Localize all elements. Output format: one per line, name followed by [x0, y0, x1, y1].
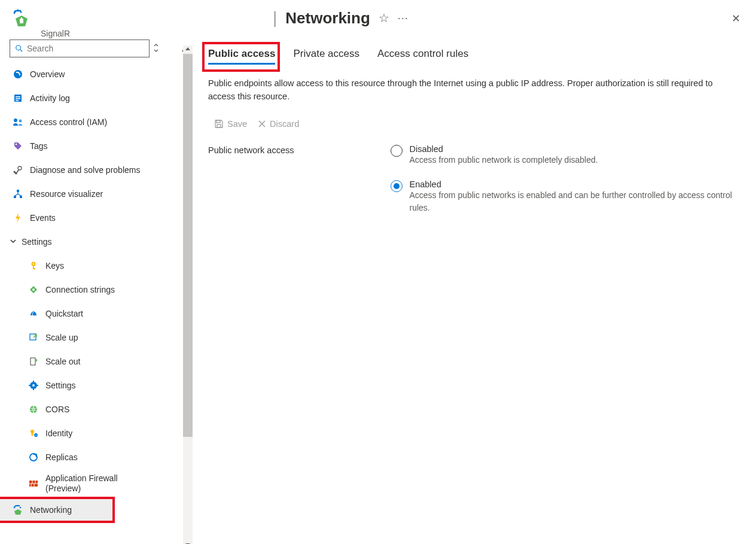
tab-private-access[interactable]: Private access — [293, 48, 359, 65]
save-icon — [214, 119, 224, 129]
resource-visualizer-icon — [12, 188, 24, 200]
sidebar-item-label: Replicas — [45, 452, 78, 463]
more-icon[interactable]: ··· — [398, 12, 409, 25]
svg-point-15 — [18, 166, 22, 170]
settings-gear-icon — [28, 379, 39, 391]
cors-icon — [28, 403, 39, 415]
sidebar-item-tags[interactable]: Tags — [10, 134, 184, 158]
tab-access-control-rules[interactable]: Access control rules — [377, 48, 468, 65]
svg-rect-17 — [14, 196, 16, 198]
sidebar-item-app-firewall[interactable]: Application Firewall (Preview) — [10, 469, 184, 498]
svg-point-12 — [14, 118, 17, 122]
discard-icon — [258, 120, 266, 128]
access-control-icon — [12, 116, 24, 128]
sidebar-item-cors[interactable]: CORS — [10, 397, 184, 421]
svg-point-2 — [20, 11, 22, 13]
toolbar: Save Discard — [214, 119, 738, 129]
svg-rect-22 — [33, 268, 35, 269]
sidebar-item-label: Settings — [45, 381, 76, 391]
svg-rect-9 — [16, 96, 20, 98]
radio-group: Disabled Access from public network is c… — [391, 144, 739, 214]
page-title: Networking — [285, 9, 370, 28]
sidebar-item-label: Scale up — [45, 333, 78, 343]
tabs: Public access Private access Access cont… — [208, 48, 738, 65]
svg-rect-34 — [32, 433, 33, 436]
radio-desc: Access from public network is completely… — [410, 154, 598, 166]
svg-point-0 — [14, 11, 16, 13]
sidebar-item-label: Overview — [30, 69, 65, 80]
sidebar-item-keys[interactable]: Keys — [10, 254, 184, 278]
sidebar-item-access-control[interactable]: Access control (IAM) — [10, 110, 184, 134]
header-title-wrap: | Networking ☆ ··· — [273, 8, 409, 28]
sidebar-item-overview[interactable]: Overview — [10, 62, 184, 86]
radio-option-enabled[interactable]: Enabled Access from public networks is e… — [391, 180, 739, 214]
discard-button[interactable]: Discard — [258, 119, 299, 129]
quickstart-icon — [28, 308, 39, 320]
pipe-separator: | — [273, 8, 277, 28]
tab-public-access[interactable]: Public access — [208, 48, 275, 65]
search-icon — [15, 44, 23, 53]
sidebar-item-label: Events — [30, 213, 56, 223]
events-icon — [12, 212, 24, 224]
save-button[interactable]: Save — [214, 119, 247, 129]
sidebar-item-quickstart[interactable]: Quickstart — [10, 302, 184, 326]
header: SignalR | Networking ☆ ··· ✕ — [0, 0, 756, 34]
firewall-icon — [28, 478, 39, 490]
svg-point-27 — [32, 384, 35, 387]
chevron-down-icon — [10, 237, 17, 247]
sidebar-item-label: Diagnose and solve problems — [30, 165, 140, 175]
sidebar-item-identity[interactable]: Identity — [10, 421, 184, 445]
radio-circle[interactable] — [391, 180, 403, 192]
tab-label: Public access — [208, 48, 275, 59]
sidebar-item-replicas[interactable]: Replicas — [10, 445, 184, 469]
svg-line-6 — [20, 50, 23, 52]
keys-icon — [28, 260, 39, 272]
svg-rect-10 — [16, 98, 20, 99]
expand-collapse-icon[interactable] — [153, 43, 159, 54]
sidebar-item-scale-out[interactable]: Scale out — [10, 350, 184, 373]
svg-rect-25 — [31, 358, 35, 365]
radio-option-disabled[interactable]: Disabled Access from public network is c… — [391, 144, 739, 166]
sidebar-item-label: Access control (IAM) — [30, 117, 107, 127]
svg-point-23 — [32, 288, 35, 291]
overview-icon — [12, 68, 24, 80]
svg-point-20 — [33, 263, 35, 265]
sidebar-item-label: Tags — [30, 141, 48, 151]
svg-rect-46 — [217, 120, 220, 123]
favorite-star-icon[interactable]: ☆ — [379, 11, 389, 25]
networking-icon — [12, 504, 24, 516]
sidebar-item-settings[interactable]: Settings — [10, 373, 184, 397]
sidebar-item-scale-up[interactable]: Scale up — [10, 326, 184, 350]
svg-point-45 — [20, 507, 22, 509]
svg-point-7 — [14, 70, 22, 78]
sidebar-group-label: Settings — [22, 237, 52, 247]
search-input[interactable] — [27, 44, 144, 53]
sidebar-item-label: CORS — [45, 405, 69, 415]
close-icon[interactable]: ✕ — [731, 12, 740, 25]
svg-point-5 — [16, 45, 21, 50]
sidebar-item-connection-strings[interactable]: Connection strings — [10, 278, 184, 302]
sidebar-item-events[interactable]: Events — [10, 206, 184, 230]
svg-rect-16 — [17, 190, 19, 192]
sidebar-item-label: Quickstart — [45, 309, 83, 319]
signalr-logo-icon — [12, 8, 31, 28]
svg-rect-47 — [217, 124, 221, 127]
save-label: Save — [227, 119, 247, 129]
sidebar-item-label: Resource visualizer — [30, 189, 103, 199]
sidebar-item-label: Connection strings — [45, 285, 115, 295]
search-box[interactable] — [10, 39, 150, 57]
sidebar-item-activity-log[interactable]: Activity log — [10, 86, 184, 110]
radio-circle[interactable] — [391, 145, 403, 157]
sidebar-item-resource-visualizer[interactable]: Resource visualizer — [10, 182, 184, 206]
svg-rect-4 — [21, 17, 22, 19]
diagnose-icon — [12, 164, 24, 176]
radio-desc: Access from public networks is enabled a… — [410, 189, 739, 214]
scale-up-icon — [28, 332, 39, 344]
public-network-access-row: Public network access Disabled Access fr… — [208, 144, 738, 214]
sidebar-group-settings[interactable]: Settings — [10, 230, 184, 254]
svg-point-1 — [17, 10, 19, 11]
form-label: Public network access — [208, 144, 391, 155]
sidebar-item-label: Application Firewall (Preview) — [45, 473, 135, 494]
sidebar-item-networking[interactable]: Networking — [0, 498, 114, 522]
sidebar-item-diagnose[interactable]: Diagnose and solve problems — [10, 158, 184, 182]
